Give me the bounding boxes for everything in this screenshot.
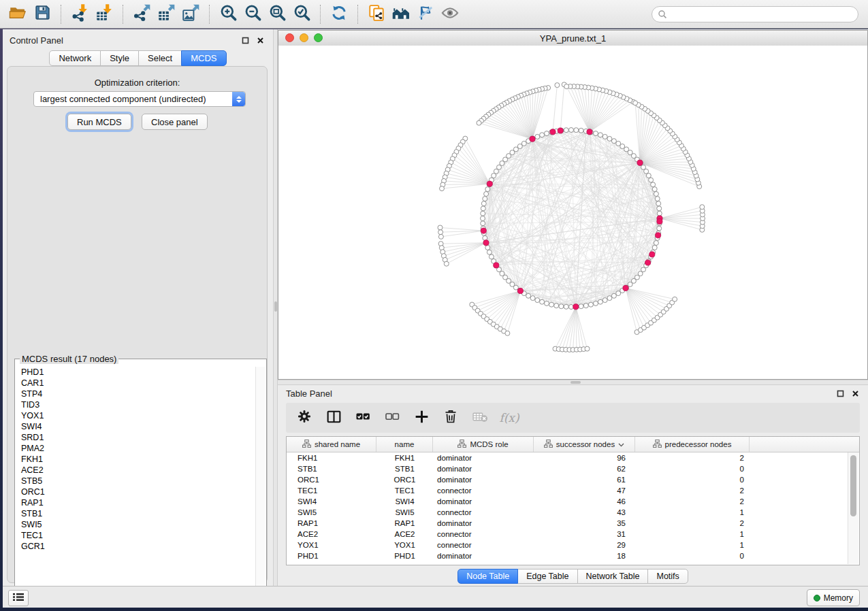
delete-column-button[interactable] <box>442 409 460 427</box>
network-window-titlebar[interactable]: YPA_prune.txt_1 <box>278 31 867 46</box>
vertical-splitter[interactable] <box>273 29 278 586</box>
network-graph[interactable] <box>278 46 867 379</box>
tab-network[interactable]: Network <box>49 50 101 66</box>
mcds-result-item[interactable]: STB5 <box>16 476 256 486</box>
cell: 1 <box>635 508 750 516</box>
run-mcds-button[interactable]: Run MCDS <box>67 114 131 130</box>
save-session-button[interactable] <box>30 2 54 27</box>
add-column-button[interactable] <box>413 409 430 427</box>
refresh-layout-button[interactable] <box>327 2 351 27</box>
mcds-result-item[interactable]: SRD1 <box>16 432 256 443</box>
table-row-ACE2[interactable]: ACE2ACE2connector311 <box>287 529 859 540</box>
network-overview-button[interactable] <box>389 2 413 27</box>
zoom-in-icon <box>219 3 238 24</box>
table-row-PHD1[interactable]: PHD1PHD1dominator180 <box>287 550 859 561</box>
search-box <box>652 6 858 22</box>
tab-mcds[interactable]: MCDS <box>181 50 226 66</box>
mcds-result-item[interactable]: PMA2 <box>16 443 256 454</box>
table-row-ORC1[interactable]: ORC1ORC1dominator610 <box>287 474 859 485</box>
close-table-panel-icon[interactable] <box>851 389 860 398</box>
cell: 2 <box>635 497 750 506</box>
table-row-RAP1[interactable]: RAP1RAP1dominator352 <box>287 518 859 529</box>
result-list-scrollbar[interactable] <box>255 367 265 606</box>
tab-motifs[interactable]: Motifs <box>647 569 688 584</box>
table-row-TEC1[interactable]: TEC1TEC1connector472 <box>287 485 859 496</box>
memory-button[interactable]: Memory <box>807 589 860 606</box>
import-table-button[interactable] <box>92 2 116 27</box>
cell: ORC1 <box>376 476 433 484</box>
search-input[interactable] <box>652 6 858 22</box>
table-row-STB1[interactable]: STB1STB1dominator620 <box>287 463 859 474</box>
table-row-YOX1[interactable]: YOX1YOX1connector291 <box>287 540 859 550</box>
float-panel-icon[interactable] <box>241 36 250 45</box>
table-panel: Table Panel f(x) shared namenameMCDS rol… <box>278 385 868 586</box>
mcds-result-item[interactable]: ACE2 <box>16 465 256 476</box>
tab-network-table[interactable]: Network Table <box>577 569 649 584</box>
open-session-button[interactable] <box>5 2 30 27</box>
mcds-result-item[interactable]: ORC1 <box>16 486 256 497</box>
cell: 61 <box>534 476 635 484</box>
mcds-result-item[interactable]: STB1 <box>16 508 256 519</box>
zoom-selected-button[interactable] <box>289 2 314 27</box>
mcds-result-item[interactable]: GCR1 <box>16 541 256 552</box>
column-header-name[interactable]: name <box>376 437 433 452</box>
mcds-result-item[interactable]: FKH1 <box>16 454 256 465</box>
zoom-out-button[interactable] <box>240 2 265 27</box>
tab-edge-table[interactable]: Edge Table <box>517 569 577 584</box>
select-all-columns-icon <box>355 408 371 427</box>
mcds-result-item[interactable]: YOX1 <box>16 410 256 421</box>
cell: SWI4 <box>376 497 433 506</box>
zoom-fit-button[interactable] <box>265 2 289 27</box>
column-header-shared-name[interactable]: shared name <box>287 437 376 452</box>
table-panel-title: Table Panel <box>286 389 332 399</box>
delete-table-icon <box>472 408 489 428</box>
tab-style[interactable]: Style <box>100 50 139 66</box>
clone-network-button[interactable] <box>364 2 389 27</box>
export-network-button[interactable] <box>129 2 154 27</box>
mcds-result-item[interactable]: SWI4 <box>16 421 256 432</box>
cell: PHD1 <box>287 552 376 560</box>
toolbar-separator <box>209 5 210 24</box>
table-row-SWI5[interactable]: SWI5SWI5connector431 <box>287 507 859 518</box>
window-close-icon[interactable] <box>285 33 294 42</box>
table-settings-button[interactable] <box>295 409 313 427</box>
tab-node-table[interactable]: Node Table <box>457 569 518 584</box>
column-header-MCDS-role[interactable]: MCDS role <box>433 437 534 452</box>
zoom-selected-icon <box>293 3 311 24</box>
search-icon <box>658 10 667 22</box>
window-minimize-icon[interactable] <box>300 33 308 42</box>
mcds-result-item[interactable]: PHD1 <box>16 367 256 378</box>
close-panel-button[interactable]: Close panel <box>142 114 208 130</box>
criterion-select[interactable]: largest connected component (undirected) <box>33 91 246 107</box>
mcds-result-item[interactable]: SWI5 <box>16 519 256 530</box>
select-all-columns-button[interactable] <box>354 409 372 427</box>
float-table-panel-icon[interactable] <box>836 389 845 398</box>
zoom-in-button[interactable] <box>216 2 240 27</box>
cell: 62 <box>534 465 635 473</box>
mcds-result-item[interactable]: TID3 <box>16 399 256 410</box>
table-row-FKH1[interactable]: FKH1FKH1dominator962 <box>287 452 859 463</box>
mcds-result-item[interactable]: TEC1 <box>16 530 256 541</box>
column-header-predecessor-nodes[interactable]: predecessor nodes <box>635 437 750 452</box>
hide-details-button[interactable] <box>413 2 438 27</box>
horizontal-splitter[interactable] <box>278 380 868 385</box>
unselect-all-columns-button[interactable] <box>383 409 401 427</box>
show-details-button[interactable] <box>438 2 462 27</box>
insert-column-button[interactable] <box>325 409 342 427</box>
mcds-result-item[interactable]: RAP1 <box>16 497 256 508</box>
window-maximize-icon[interactable] <box>314 33 323 42</box>
cell: connector <box>433 486 534 495</box>
export-image-button[interactable] <box>178 2 203 27</box>
mcds-result-list[interactable]: PHD1CAR1STP4TID3YOX1SWI4SRD1PMA2FKH1ACE2… <box>16 367 256 606</box>
close-panel-icon[interactable] <box>256 36 265 45</box>
cell: 96 <box>534 454 635 462</box>
table-row-SWI4[interactable]: SWI4SWI4dominator462 <box>287 496 859 507</box>
tab-select[interactable]: Select <box>138 50 182 66</box>
export-table-button[interactable] <box>154 2 178 27</box>
import-network-button[interactable] <box>67 2 92 27</box>
mcds-result-item[interactable]: STP4 <box>16 389 256 399</box>
column-header-successor-nodes[interactable]: successor nodes <box>534 437 635 452</box>
mcds-result-item[interactable]: CAR1 <box>16 378 256 389</box>
table-scrollbar[interactable] <box>848 452 858 564</box>
show-panels-button[interactable] <box>8 590 29 606</box>
